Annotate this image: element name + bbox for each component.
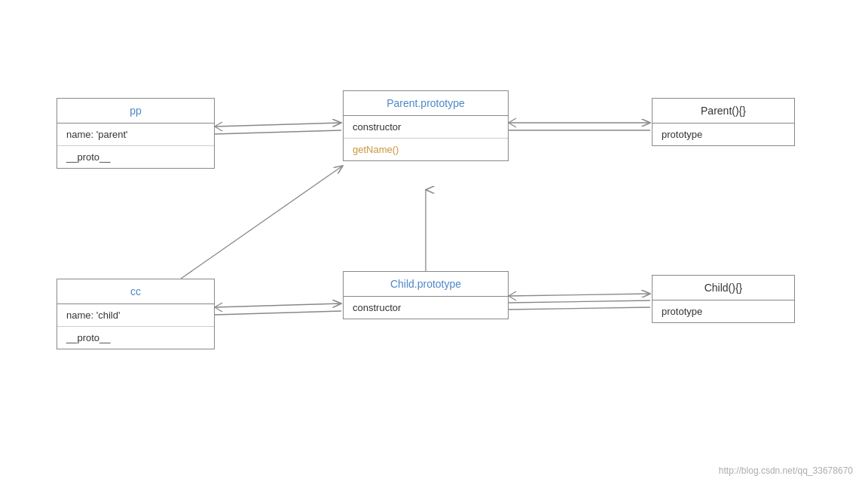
box-child-fn: Child(){} prototype [652, 275, 795, 323]
svg-line-8 [509, 300, 650, 303]
box-child-proto: Child.prototype constructor [343, 271, 509, 319]
box-cc-row1: name: 'child' [57, 304, 214, 327]
box-child-proto-row1: constructor [344, 297, 508, 319]
svg-line-9 [509, 307, 650, 310]
box-parent-proto-row1: constructor [344, 116, 508, 139]
watermark: http://blog.csdn.net/qq_33678670 [719, 465, 853, 476]
arrows-svg [0, 0, 868, 488]
svg-line-0 [215, 123, 341, 127]
svg-line-4 [215, 303, 341, 307]
box-pp-row2: __proto__ [57, 146, 214, 168]
box-pp-title: pp [57, 99, 214, 124]
box-parent-fn: Parent(){} prototype [652, 98, 795, 146]
box-cc-row2: __proto__ [57, 327, 214, 349]
box-parent-fn-row1: prototype [653, 124, 794, 145]
box-pp: pp name: 'parent' __proto__ [57, 98, 215, 169]
box-child-fn-row1: prototype [653, 300, 794, 322]
box-parent-proto-title: Parent.prototype [344, 91, 508, 116]
svg-line-1 [215, 130, 341, 134]
box-child-fn-title: Child(){} [653, 276, 794, 300]
box-child-proto-title: Child.prototype [344, 272, 508, 297]
box-parent-proto: Parent.prototype constructor getName() [343, 90, 509, 161]
box-parent-proto-row2: getName() [344, 139, 508, 160]
diagram: pp name: 'parent' __proto__ Parent.proto… [0, 0, 868, 488]
box-pp-row1: name: 'parent' [57, 124, 214, 146]
box-cc-title: cc [57, 279, 214, 304]
box-cc: cc name: 'child' __proto__ [57, 279, 215, 349]
svg-line-5 [215, 311, 341, 315]
box-parent-fn-title: Parent(){} [653, 99, 794, 124]
svg-line-7 [509, 294, 650, 296]
svg-line-6 [181, 166, 343, 279]
